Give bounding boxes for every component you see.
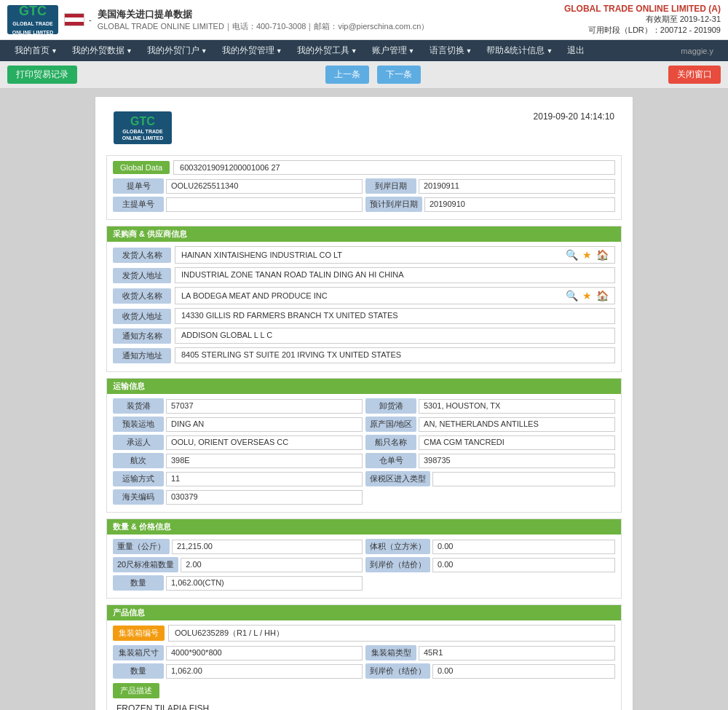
nav-arrow: ▼ (201, 47, 207, 55)
customs-value: 030379 (166, 490, 363, 505)
doc-logo-box: GTC GLOBAL TRADE ONLINE LIMITED (114, 111, 172, 144)
arrival-price-label: 到岸价（结价） (365, 557, 430, 572)
print-button[interactable]: 打印贸易记录 (7, 66, 77, 84)
product-price-label: 到岸价（结价） (365, 663, 430, 679)
product-desc-label: 产品描述 (113, 683, 159, 698)
product-qty-label: 数量 (113, 663, 164, 679)
nav-tools[interactable]: 我的外贸工具 ▼ (290, 40, 365, 61)
main-bill-label: 主提单号 (113, 197, 164, 212)
next-button[interactable]: 下一条 (377, 66, 421, 84)
product-price-field: 到岸价（结价） 0.00 (365, 663, 615, 679)
consignee-value-area: LA BODEGA MEAT AND PRODUCE INC 🔍 ★ 🏠 (175, 287, 615, 304)
bonded-value (432, 472, 615, 486)
load-place-value: DING AN (166, 417, 363, 432)
transport-type-label: 运输方式 (113, 471, 164, 486)
product-qty-field: 数量 1,062.00 (113, 663, 363, 679)
qty-row: 数量 1,062.00(CTN) (113, 575, 615, 591)
voyage-label: 航次 (113, 453, 164, 468)
consignee-addr-value: 14330 GILLIS RD FARMERS BRANCH TX UNITED… (175, 308, 615, 324)
consignee-label: 收货人名称 (113, 288, 171, 304)
qty-field: 数量 1,062.00(CTN) (113, 575, 363, 591)
doc-logo: GTC GLOBAL TRADE ONLINE LIMITED (114, 111, 172, 144)
consignee-star-icon[interactable]: ★ (582, 290, 592, 301)
notify-addr-row: 通知方地址 8405 STERLING ST SUITE 201 IRVING … (113, 347, 615, 363)
country-label: - (89, 15, 92, 24)
carrier-field: 承运人 OOLU, ORIENT OVERSEAS CC (113, 435, 363, 450)
container-type-label: 集装箱类型 (365, 645, 416, 660)
customs-field: 海关编码 030379 (113, 489, 363, 505)
vessel-field: 船只名称 CMA CGM TANCREDI (365, 435, 615, 450)
consignee-search-icon[interactable]: 🔍 (566, 290, 578, 301)
prev-button[interactable]: 上一条 (325, 66, 369, 84)
container-size-row: 集装箱尺寸 4000*900*800 集装箱类型 45R1 (113, 645, 615, 660)
estimated-date-field: 预计到岸日期 20190910 (365, 197, 615, 212)
shipper-row: 发货人名称 HAINAN XINTAISHENG INDUSTRIAL CO L… (113, 246, 615, 264)
dest-port-field: 卸货港 5301, HOUSTON, TX (365, 398, 615, 414)
nav-arrow: ▼ (351, 47, 357, 55)
product-desc-text: FROZEN TILAPIA FISH (113, 702, 615, 710)
weight-value: 21,215.00 (172, 540, 363, 554)
quantity-body: 重量（公斤） 21,215.00 体积（立方米） 0.00 20尺标准箱数量 2… (107, 535, 621, 598)
global-data-value: 60032019091200001006 27 (173, 160, 615, 175)
subscription-company: GLOBAL TRADE ONLINE LIMITED (A) (564, 4, 721, 14)
transport-section: 运输信息 装货港 57037 卸货港 5301, HOUSTON, TX 预装运… (106, 378, 622, 513)
arrival-date-label: 到岸日期 (365, 178, 416, 194)
product-qty-value: 1,062.00 (166, 664, 363, 679)
page-title: 美国海关进口提单数据 (98, 8, 430, 21)
nav-arrow: ▼ (546, 47, 553, 55)
container20-value: 2.00 (181, 558, 363, 572)
voyage-value: 398E (166, 454, 363, 468)
shipper-addr-label: 发货人地址 (113, 268, 171, 283)
shipper-search-icon[interactable]: 🔍 (566, 249, 578, 261)
global-data-body: Global Data 60032019091200001006 27 提单号 … (107, 156, 621, 219)
volume-field: 体积（立方米） 0.00 (365, 539, 615, 554)
weight-label: 重量（公斤） (113, 539, 170, 554)
nav-help[interactable]: 帮助&统计信息 ▼ (479, 40, 560, 61)
shipper-home-icon[interactable]: 🏠 (596, 249, 609, 261)
valid-until: 有效期至 2019-12-31 (564, 14, 721, 25)
product-section: 产品信息 集装箱编号 OOLU6235289（R1 / L / HH） 集装箱尺… (106, 604, 622, 710)
nav-portal[interactable]: 我的外贸门户 ▼ (140, 40, 215, 61)
container-type-value: 45R1 (419, 646, 615, 660)
qty-value: 1,062.00(CTN) (166, 576, 363, 591)
close-button[interactable]: 关闭窗口 (668, 66, 721, 84)
notify-row: 通知方名称 ADDISON GLOBAL L L C (113, 328, 615, 344)
consignee-home-icon[interactable]: 🏠 (596, 290, 609, 301)
global-data-row: Global Data 60032019091200001006 27 (113, 160, 615, 175)
nav-my-data[interactable]: 我的外贸数据 ▼ (65, 40, 140, 61)
bill-no-value: OOLU2625511340 (166, 179, 363, 194)
nav-management[interactable]: 我的外贸管理 ▼ (215, 40, 290, 61)
bonded-label: 保税区进入类型 (365, 471, 430, 486)
bill-no-label: 提单号 (113, 178, 164, 194)
flag-area: - (64, 13, 92, 26)
warehouse-value: 398735 (419, 454, 615, 468)
nav-home[interactable]: 我的首页 ▼ (7, 40, 65, 61)
load-port-value: 57037 (166, 399, 363, 414)
shipper-addr-row: 发货人地址 INDUSTRIAL ZONE TANAN ROAD TALIN D… (113, 267, 615, 283)
main-bill-row: 主提单号 预计到岸日期 20190910 (113, 197, 615, 212)
warehouse-field: 仓单号 398735 (365, 453, 615, 468)
right-info: GLOBAL TRADE ONLINE LIMITED (A) 有效期至 201… (564, 4, 721, 36)
container-no-value: OOLU6235289（R1 / L / HH） (168, 625, 615, 642)
shipper-icons: 🔍 ★ 🏠 (562, 249, 609, 261)
bill-row: 提单号 OOLU2625511340 到岸日期 20190911 (113, 178, 615, 194)
nav-account[interactable]: 账户管理 ▼ (365, 40, 422, 61)
arrival-price-field: 到岸价（结价） 0.00 (365, 557, 615, 572)
transport-type-value: 11 (166, 472, 363, 486)
port-row: 装货港 57037 卸货港 5301, HOUSTON, TX (113, 398, 615, 414)
global-data-label: Global Data (113, 161, 170, 174)
company-info: 美国海关进口提单数据 GLOBAL TRADE ONLINE LIMITED｜电… (98, 8, 430, 32)
nav-logout[interactable]: 退出 (560, 40, 592, 61)
doc-header: GTC GLOBAL TRADE ONLINE LIMITED 2019-09-… (106, 108, 622, 148)
shipper-star-icon[interactable]: ★ (582, 249, 592, 261)
nav-arrow: ▼ (466, 47, 472, 55)
top-header: GTC GLOBAL TRADE ONLINE LIMITED - 美国海关进口… (0, 0, 728, 40)
doc-date: 2019-09-20 14:14:10 (534, 111, 614, 122)
product-price-value: 0.00 (432, 664, 615, 679)
nav-language[interactable]: 语言切换 ▼ (422, 40, 480, 61)
nav-arrow: ▼ (126, 47, 132, 55)
main-bill-field: 主提单号 (113, 197, 363, 212)
nav-arrow: ▼ (51, 47, 58, 55)
transport-body: 装货港 57037 卸货港 5301, HOUSTON, TX 预装运地 DIN… (107, 394, 621, 512)
quantity-section: 数量 & 价格信息 重量（公斤） 21,215.00 体积（立方米） 0.00 … (106, 518, 622, 599)
